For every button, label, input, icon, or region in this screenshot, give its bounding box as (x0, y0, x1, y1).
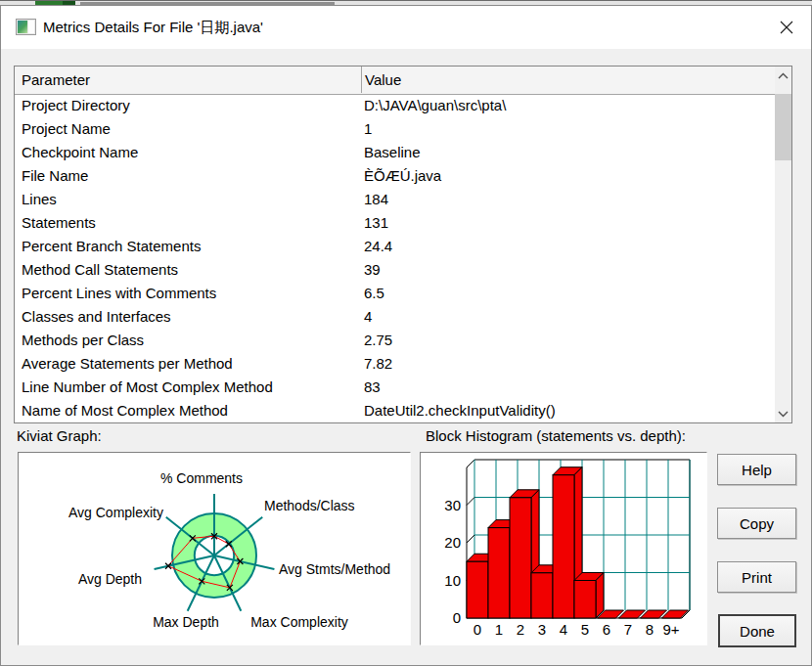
y-axis-tick-label: 20 (444, 534, 461, 551)
table-row[interactable]: Methods per Class2.75 (15, 329, 775, 352)
value-cell: 39 (364, 258, 381, 282)
table-row[interactable]: Average Statements per Method7.82 (15, 352, 775, 376)
x-axis-tick-label: 3 (538, 621, 546, 638)
block-histogram-panel: 01020300123456789+ (420, 452, 707, 645)
chevron-down-icon (778, 411, 789, 418)
value-cell: 4 (364, 305, 372, 329)
metrics-details-dialog-screen: Metrics Details For File '日期.java' Param… (0, 0, 812, 666)
value-cell: 184 (364, 188, 388, 211)
table-row[interactable]: Project Name1 (15, 117, 775, 141)
parameter-cell: Statements (22, 211, 96, 235)
histogram-label: Block Histogram (statements vs. depth): (426, 427, 686, 444)
value-cell: 24.4 (364, 235, 392, 258)
parameter-cell: Percent Branch Statements (22, 235, 201, 258)
x-axis-tick-label: 8 (646, 621, 654, 638)
help-button[interactable]: Help (717, 454, 796, 485)
kiviat-axis-label: Avg Stmts/Method (279, 561, 390, 577)
copy-button[interactable]: Copy (717, 508, 796, 539)
done-button[interactable]: Done (718, 614, 796, 647)
histogram-bar (553, 475, 574, 618)
parameter-cell: Classes and Interfaces (22, 305, 171, 329)
table-row[interactable]: Percent Branch Statements24.4 (15, 235, 775, 258)
x-axis-tick-label: 0 (474, 621, 481, 638)
x-axis-tick-label: 5 (581, 621, 589, 638)
x-axis-tick-label: 7 (624, 621, 632, 638)
kiviat-axis-label: Avg Depth (78, 571, 142, 587)
value-cell: ÈÕÆÚ.java (364, 164, 441, 188)
table-row[interactable]: Line Number of Most Complex Method83 (15, 376, 775, 399)
kiviat-axis-label: % Comments (160, 470, 243, 486)
block-histogram-chart: 01020300123456789+ (421, 453, 706, 644)
table-row[interactable]: Percent Lines with Comments6.5 (15, 282, 775, 305)
value-cell: 131 (364, 211, 388, 235)
titlebar: Metrics Details For File '日期.java' (1, 6, 811, 49)
close-icon (780, 21, 793, 34)
table-row[interactable]: Name of Most Complex MethodDateUtil2.che… (15, 399, 775, 422)
y-axis-tick-label: 30 (444, 497, 461, 513)
column-header-value[interactable]: Value (363, 67, 775, 93)
parameter-cell: Method Call Statements (22, 258, 178, 282)
value-cell: 6.5 (364, 282, 384, 305)
histogram-bar (467, 561, 488, 618)
x-axis-tick-label: 6 (603, 621, 610, 638)
chevron-up-icon (778, 72, 789, 79)
y-axis-tick-label: 0 (453, 609, 461, 626)
parameter-cell: Name of Most Complex Method (22, 399, 228, 422)
table-row[interactable]: Statements131 (15, 211, 775, 235)
parameter-cell: Methods per Class (22, 329, 144, 352)
table-row[interactable]: Project DirectoryD:\JAVA\guan\src\pta\ (15, 94, 775, 117)
parameter-cell: File Name (22, 164, 88, 188)
table-row[interactable]: Lines184 (15, 188, 775, 211)
table-row[interactable]: Classes and Interfaces4 (15, 305, 775, 329)
x-axis-tick-label: 4 (560, 621, 567, 638)
parameter-cell: Checkpoint Name (22, 141, 138, 164)
app-icon (16, 19, 36, 35)
histogram-bar-side (596, 573, 604, 619)
table-row[interactable]: Method Call Statements39 (15, 258, 775, 282)
scroll-up-button[interactable] (775, 67, 791, 84)
table-row[interactable]: Checkpoint NameBaseline (15, 141, 775, 164)
histogram-bar (574, 581, 596, 619)
value-cell: 7.82 (364, 352, 392, 376)
print-button[interactable]: Print (717, 561, 796, 593)
table-row[interactable]: File NameÈÕÆÚ.java (15, 164, 775, 188)
table-header: Parameter Value (15, 67, 791, 95)
kiviat-graph-label: Kiviat Graph: (17, 427, 102, 444)
value-cell: D:\JAVA\guan\src\pta\ (364, 94, 506, 117)
dialog-window: Metrics Details For File '日期.java' Param… (0, 5, 812, 666)
table-rows: Project DirectoryD:\JAVA\guan\src\pta\Pr… (15, 94, 775, 422)
histogram-bar (531, 573, 553, 618)
histogram-bar (510, 498, 531, 618)
metrics-table: Parameter Value Project DirectoryD:\JAVA… (14, 66, 792, 423)
vertical-scrollbar[interactable] (775, 67, 791, 422)
kiviat-axis-label: Max Depth (153, 614, 219, 630)
window-title: Metrics Details For File '日期.java' (43, 6, 263, 49)
parameter-cell: Project Name (22, 117, 111, 141)
histogram-bar (488, 528, 510, 618)
x-axis-tick-label: 1 (495, 621, 503, 638)
scrollbar-thumb[interactable] (775, 94, 791, 160)
parameter-cell: Lines (22, 188, 57, 211)
parameter-cell: Project Directory (22, 94, 130, 117)
value-cell: 83 (364, 376, 381, 399)
value-cell: 1 (364, 117, 372, 141)
parameter-cell: Percent Lines with Comments (22, 282, 216, 305)
kiviat-graph-panel: % CommentsMethods/ClassAvg Stmts/MethodM… (18, 452, 411, 645)
kiviat-axis-label: Methods/Class (264, 498, 355, 513)
parameter-cell: Line Number of Most Complex Method (22, 376, 273, 399)
value-cell: DateUtil2.checkInputValidity() (364, 399, 556, 422)
value-cell: 2.75 (364, 329, 392, 352)
parameter-cell: Average Statements per Method (22, 352, 233, 376)
kiviat-axis-label: Max Complexity (250, 614, 348, 630)
column-header-parameter[interactable]: Parameter (15, 67, 362, 93)
kiviat-radar-chart: % CommentsMethods/ClassAvg Stmts/MethodM… (19, 453, 410, 644)
x-axis-tick-label: 2 (517, 621, 524, 638)
kiviat-axis-label: Avg Complexity (68, 505, 163, 520)
value-cell: Baseline (364, 141, 421, 164)
close-button[interactable] (772, 14, 801, 41)
x-axis-tick-label: 9+ (662, 621, 679, 638)
scroll-down-button[interactable] (775, 406, 791, 422)
y-axis-tick-label: 10 (444, 572, 461, 589)
